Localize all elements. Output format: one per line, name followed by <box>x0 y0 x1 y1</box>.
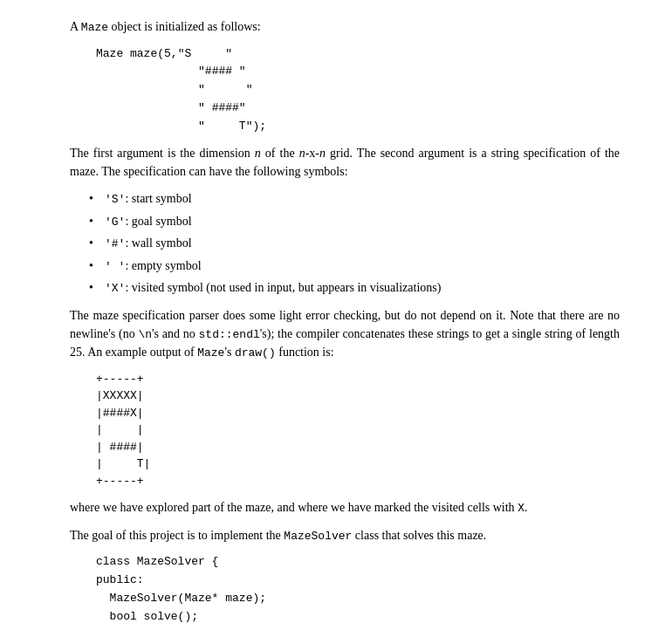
goal-text: The goal of this project is to implement… <box>70 526 620 545</box>
symbol-g: 'G': goal symbol <box>96 212 620 231</box>
symbol-space: ' ': empty symbol <box>96 257 620 276</box>
where-text: where we have explored part of the maze,… <box>70 498 620 517</box>
symbol-x: 'X': visited symbol (not used in input, … <box>96 278 620 298</box>
class-code: class MazeSolver { public: MazeSolver(Ma… <box>96 553 620 630</box>
maze-init-code: Maze maze(5,"S " "#### " " " " ####" " T… <box>96 45 620 136</box>
parser-note: The maze specification parser does some … <box>70 306 620 362</box>
symbols-list: 'S': start symbol 'G': goal symbol '#': … <box>96 189 620 298</box>
maze-output: +-----+ |XXXXX| |####X| | | | ####| | T|… <box>96 371 620 490</box>
param-description: The first argument is the dimension n of… <box>70 144 620 181</box>
symbol-hash: '#': wall symbol <box>96 234 620 253</box>
symbol-s: 'S': start symbol <box>96 189 620 209</box>
intro-text: A Maze object is initialized as follows: <box>70 17 620 37</box>
maze-code: Maze <box>81 21 108 34</box>
